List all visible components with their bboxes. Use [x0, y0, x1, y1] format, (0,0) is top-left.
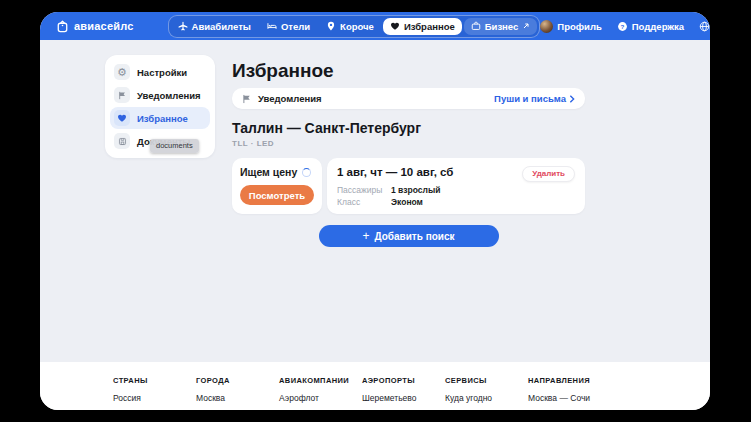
plus-icon: + — [362, 230, 369, 242]
status-line: Ищем цену — [240, 166, 314, 178]
app-window: авиасейлс Авиабилеты Отели — [40, 12, 710, 410]
passengers-label: Пассажиры — [337, 185, 391, 195]
footer-link[interactable]: Шереметьево — [362, 393, 445, 403]
nav-item-business[interactable]: Бизнес — [464, 18, 538, 35]
status-text: Ищем цену — [240, 166, 297, 178]
footer-col-airports: АЭРОПОРТЫ Шереметьево — [362, 376, 445, 410]
header-right-cluster: Профиль ? Поддержка — [540, 18, 710, 35]
logo-text: авиасейлс — [74, 20, 134, 32]
nav-label: Короче — [340, 21, 374, 32]
sidebar-item-settings[interactable]: ⚙ Настройки — [110, 61, 210, 83]
chevron-right-icon — [569, 95, 575, 103]
help-icon: ? — [617, 21, 628, 32]
page-title: Избранное — [232, 60, 585, 82]
footer-link[interactable]: Москва — Сочи — [528, 393, 611, 403]
nav-label: Бизнес — [485, 21, 519, 32]
search-details-card: 1 авг, чт — 10 авг, сб Удалить Пассажиры… — [327, 158, 585, 214]
route-title: Таллин — Санкт-Петербург — [232, 121, 585, 136]
cursor-tooltip: documents — [150, 139, 199, 153]
add-search-label: Добавить поиск — [374, 231, 454, 242]
nav-item-hotels[interactable]: Отели — [260, 18, 317, 35]
footer-heading: АВИАКОМПАНИИ — [279, 376, 362, 385]
footer: СТРАНЫ Россия ГОРОДА Москва АВИАКОМПАНИИ… — [40, 362, 710, 410]
sidebar-label: Настройки — [137, 67, 187, 78]
footer-link[interactable]: Москва — [196, 393, 279, 403]
map-pin-icon — [326, 21, 336, 31]
footer-heading: АЭРОПОРТЫ — [362, 376, 445, 385]
nav-label: Избранное — [404, 21, 455, 32]
document-icon — [114, 133, 130, 149]
currency-button[interactable]: RUB — [699, 19, 710, 34]
route-codes: TLL · LED — [232, 139, 585, 148]
heart-icon — [390, 21, 400, 31]
footer-link[interactable]: Куда угодно — [445, 393, 528, 403]
class-label: Класс — [337, 197, 391, 207]
external-link-icon — [522, 22, 530, 30]
footer-heading: СЕРВИСЫ — [445, 376, 528, 385]
svg-text:?: ? — [620, 22, 624, 29]
footer-col-countries: СТРАНЫ Россия — [113, 376, 196, 410]
profile-button[interactable]: Профиль — [540, 18, 601, 35]
footer-heading: НАПРАВЛЕНИЯ — [528, 376, 611, 385]
footer-link[interactable]: Россия — [113, 393, 196, 403]
main-content: Избранное Уведомления Пуши и письма Талл… — [232, 60, 585, 247]
profile-label: Профиль — [557, 21, 601, 32]
nav-item-flights[interactable]: Авиабилеты — [171, 18, 258, 35]
nav-label: Отели — [281, 21, 310, 32]
sidebar-label: Избранное — [137, 113, 188, 124]
aviasales-tag-icon — [56, 20, 69, 33]
primary-nav: Авиабилеты Отели Короче — [168, 15, 541, 38]
footer-col-services: СЕРВИСЫ Куда угодно — [445, 376, 528, 410]
class-value: Эконом — [391, 197, 423, 207]
globe-icon — [699, 21, 710, 32]
footer-heading: СТРАНЫ — [113, 376, 196, 385]
support-label: Поддержка — [632, 21, 684, 32]
nav-label: Авиабилеты — [192, 21, 251, 32]
sidebar-item-favorites[interactable]: Избранное — [110, 107, 210, 129]
top-nav-bar: авиасейлс Авиабилеты Отели — [40, 12, 710, 40]
footer-heading: ГОРОДА — [196, 376, 279, 385]
push-and-emails-link[interactable]: Пуши и письма — [494, 93, 575, 104]
sidebar-item-notifications[interactable]: Уведомления — [110, 84, 210, 106]
notifications-icon — [242, 94, 252, 104]
link-label: Пуши и письма — [494, 93, 566, 104]
notifications-label: Уведомления — [258, 93, 322, 104]
passengers-value: 1 взрослый — [391, 185, 440, 195]
sidebar-label: Уведомления — [137, 90, 201, 101]
footer-col-airlines: АВИАКОМПАНИИ Аэрофлот — [279, 376, 362, 410]
nav-item-koroche[interactable]: Короче — [319, 18, 381, 35]
plane-icon — [178, 21, 188, 31]
view-button[interactable]: Посмотреть — [240, 185, 314, 205]
footer-col-cities: ГОРОДА Москва — [196, 376, 279, 410]
briefcase-icon — [471, 21, 481, 31]
avatar — [540, 20, 553, 33]
gear-icon: ⚙ — [114, 64, 130, 80]
loading-spinner — [302, 168, 311, 177]
detail-row: Пассажиры 1 взрослый — [337, 185, 575, 195]
footer-col-directions: НАПРАВЛЕНИЯ Москва — Сочи — [528, 376, 611, 410]
footer-link[interactable]: Аэрофлот — [279, 393, 362, 403]
notifications-row[interactable]: Уведомления Пуши и письма — [232, 88, 585, 109]
price-status-card: Ищем цену Посмотреть — [232, 158, 322, 214]
bed-icon — [267, 21, 277, 31]
nav-item-favorites[interactable]: Избранное — [383, 18, 462, 35]
notifications-icon — [114, 87, 130, 103]
detail-row: Класс Эконом — [337, 197, 575, 207]
heart-icon — [114, 110, 130, 126]
saved-search-row: Ищем цену Посмотреть 1 авг, чт — 10 авг,… — [232, 158, 585, 214]
logo[interactable]: авиасейлс — [56, 20, 134, 33]
add-search-button[interactable]: + Добавить поиск — [319, 225, 499, 247]
delete-button[interactable]: Удалить — [522, 166, 575, 182]
support-button[interactable]: ? Поддержка — [617, 19, 684, 34]
search-detail-grid: Пассажиры 1 взрослый Класс Эконом — [337, 185, 575, 207]
